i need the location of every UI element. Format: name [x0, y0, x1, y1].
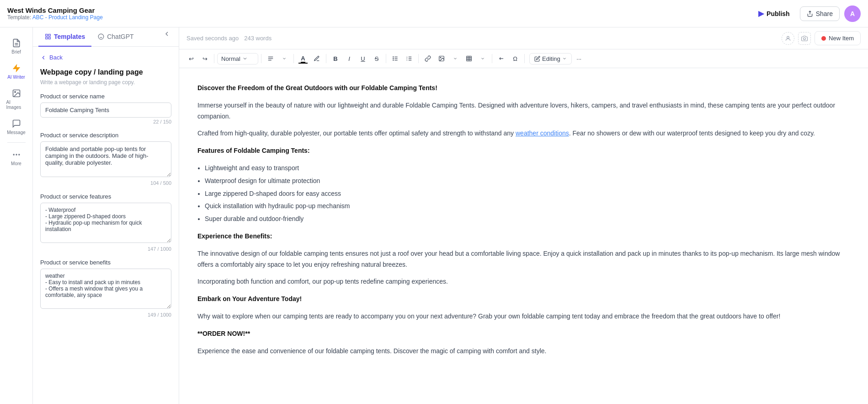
numbered-list-icon: 123: [406, 55, 412, 62]
tab-templates[interactable]: Templates: [38, 27, 91, 47]
svg-point-25: [393, 58, 394, 59]
clear-format-button[interactable]: [495, 52, 508, 65]
panel-tabs: Templates ChatGPT: [33, 27, 179, 47]
weather-link[interactable]: weather conditions: [516, 129, 569, 137]
align-button[interactable]: [264, 52, 277, 65]
more-button[interactable]: ···: [573, 52, 586, 65]
sidebar-item-label: AI Writer: [7, 75, 25, 80]
svg-rect-10: [48, 34, 50, 36]
svg-rect-9: [46, 34, 48, 36]
field-product-features: Product or service features - Waterproof…: [40, 193, 171, 252]
back-button[interactable]: Back: [40, 54, 63, 61]
svg-point-26: [393, 60, 394, 60]
svg-point-6: [13, 154, 14, 155]
share-icon: [807, 11, 813, 17]
editor-toolbar: ↩ ↪ Normal A B I U S: [179, 49, 868, 68]
user-icon: [782, 32, 794, 45]
svg-point-34: [440, 57, 441, 58]
sidebar-item-ai-images[interactable]: AI Images: [3, 85, 30, 113]
product-name-input[interactable]: [40, 102, 171, 118]
sidebar-item-message[interactable]: Message: [3, 115, 30, 139]
numbered-list-button[interactable]: 123: [403, 52, 415, 65]
editor-topbar: Saved seconds ago 243 words New Item: [179, 27, 868, 49]
paragraph-3: Crafted from high-quality, durable polye…: [197, 128, 850, 139]
toolbar-divider-2: [261, 54, 261, 63]
template-link[interactable]: ABC - Product Landing Page: [32, 14, 103, 21]
table-dropdown-button[interactable]: [476, 52, 489, 65]
chevron-down-icon: [480, 56, 485, 61]
product-features-input[interactable]: - Waterproof - Large zippered D-shaped d…: [40, 203, 171, 243]
field-product-description: Product or service description Foldable …: [40, 132, 171, 186]
new-item-button[interactable]: New Item: [815, 31, 861, 45]
site-name: West Winds Camping Gear: [7, 6, 103, 14]
features-list: Lightweight and easy to transport Waterp…: [205, 163, 850, 225]
bold-button[interactable]: B: [329, 52, 342, 65]
paragraph-style-select[interactable]: Normal: [217, 53, 258, 65]
document-icon: [12, 38, 21, 48]
panel-collapse-button[interactable]: [160, 27, 173, 40]
text-color-icon: A: [301, 55, 305, 63]
sidebar-item-label: AI Images: [6, 100, 27, 110]
link-button[interactable]: [421, 52, 434, 65]
list-item: Large zippered D-shaped doors for easy a…: [205, 189, 850, 199]
icon-sidebar: Brief AI Writer AI Images Message More: [0, 27, 33, 404]
image-dropdown-button[interactable]: [449, 52, 462, 65]
toolbar-divider-4: [326, 54, 326, 63]
underline-button[interactable]: U: [357, 52, 369, 65]
panel-sidebar: Templates ChatGPT Back Webpage copy / la…: [33, 27, 179, 404]
chevron-down-icon: [282, 56, 287, 61]
main-layout: Brief AI Writer AI Images Message More T…: [0, 27, 868, 404]
toolbar-divider-8: [524, 54, 525, 63]
product-description-input[interactable]: Foldable and portable pop-up tents for c…: [40, 141, 171, 177]
tab-chatgpt[interactable]: ChatGPT: [91, 27, 140, 47]
sidebar-item-more[interactable]: More: [3, 146, 30, 170]
topbar-branding: West Winds Camping Gear Template: ABC - …: [7, 6, 103, 21]
strikethrough-button[interactable]: S: [370, 52, 383, 65]
field-product-name: Product or service name 22 / 150: [40, 93, 171, 124]
svg-rect-35: [467, 56, 472, 61]
templates-icon: [45, 33, 51, 40]
template-info: Template: ABC - Product Landing Page: [7, 14, 103, 21]
text-color-button[interactable]: A: [297, 52, 309, 65]
paragraph-8: Embark on Your Adventure Today!: [197, 294, 850, 305]
chevron-down-icon: [562, 56, 567, 61]
sidebar-item-ai-writer[interactable]: AI Writer: [3, 60, 30, 83]
link-icon: [425, 55, 431, 62]
product-benefits-input[interactable]: weather - Easy to install and pack up in…: [40, 269, 171, 309]
camera-icon: [798, 32, 811, 45]
sidebar-item-label: Message: [7, 130, 26, 135]
italic-button[interactable]: I: [343, 52, 356, 65]
bullet-list-button[interactable]: [389, 52, 402, 65]
list-item: Waterproof design for ultimate protectio…: [205, 176, 850, 187]
toolbar-divider-3: [293, 54, 294, 63]
message-icon: [12, 119, 21, 128]
product-features-label: Product or service features: [40, 193, 171, 200]
align-icon: [267, 55, 274, 62]
publish-button[interactable]: ▶ Publish: [753, 5, 795, 22]
paragraph-11: Experience the ease and convenience of o…: [197, 346, 850, 357]
avatar[interactable]: A: [844, 5, 861, 22]
new-item-dot: [821, 36, 826, 41]
paragraph-5: Experience the Benefits:: [197, 231, 850, 242]
bullet-list-icon: [392, 55, 399, 62]
tab-chatgpt-label: ChatGPT: [107, 33, 133, 40]
clear-format-icon: [498, 55, 505, 62]
share-button[interactable]: Share: [800, 6, 840, 21]
redo-button[interactable]: ↪: [198, 52, 211, 65]
svg-point-16: [787, 36, 789, 38]
special-char-button[interactable]: Ω: [509, 52, 522, 65]
highlight-icon: [314, 55, 320, 62]
image-icon: [12, 89, 21, 98]
editor-area: Saved seconds ago 243 words New Item ↩ ↪: [179, 27, 868, 404]
table-button[interactable]: [463, 52, 475, 65]
image-button[interactable]: [435, 52, 448, 65]
paragraph-6: The innovative design of our foldable ca…: [197, 248, 850, 270]
sidebar-item-brief[interactable]: Brief: [3, 35, 30, 58]
align-dropdown-button[interactable]: [278, 52, 291, 65]
editing-select[interactable]: Editing: [529, 53, 572, 65]
highlight-button[interactable]: [310, 52, 323, 65]
publish-arrow-icon: ▶: [758, 9, 764, 18]
undo-button[interactable]: ↩: [185, 52, 197, 65]
word-count: 243 words: [244, 35, 272, 42]
editor-content[interactable]: Discover the Freedom of the Great Outdoo…: [179, 68, 868, 404]
